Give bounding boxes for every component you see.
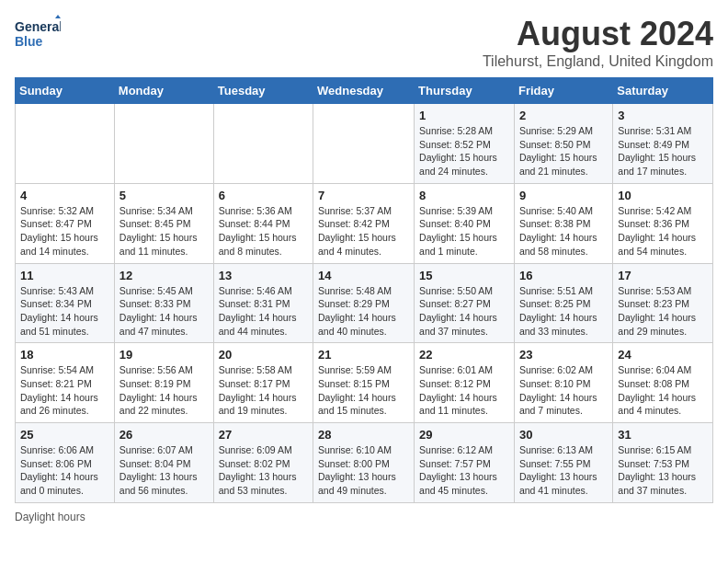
col-header-tuesday: Tuesday xyxy=(213,78,313,104)
day-info: Sunrise: 6:15 AMSunset: 7:53 PMDaylight:… xyxy=(618,443,708,498)
week-row-5: 25Sunrise: 6:06 AMSunset: 8:06 PMDayligh… xyxy=(16,423,713,503)
day-info: Sunrise: 5:32 AMSunset: 8:47 PMDaylight:… xyxy=(20,204,109,259)
day-info: Sunrise: 5:40 AMSunset: 8:38 PMDaylight:… xyxy=(519,204,608,259)
week-row-1: 1Sunrise: 5:28 AMSunset: 8:52 PMDaylight… xyxy=(16,104,713,184)
day-info: Sunrise: 6:10 AMSunset: 8:00 PMDaylight:… xyxy=(318,443,409,498)
day-number: 25 xyxy=(20,428,109,442)
day-number: 21 xyxy=(318,348,409,362)
day-info: Sunrise: 5:39 AMSunset: 8:40 PMDaylight:… xyxy=(419,204,509,259)
day-info: Sunrise: 5:29 AMSunset: 8:50 PMDaylight:… xyxy=(519,124,608,178)
calendar-cell xyxy=(16,104,115,184)
calendar-cell: 9Sunrise: 5:40 AMSunset: 8:38 PMDaylight… xyxy=(514,183,612,263)
day-info: Sunrise: 5:58 AMSunset: 8:17 PMDaylight:… xyxy=(219,363,308,418)
calendar-cell: 28Sunrise: 6:10 AMSunset: 8:00 PMDayligh… xyxy=(313,423,415,503)
day-info: Sunrise: 5:31 AMSunset: 8:49 PMDaylight:… xyxy=(618,124,708,178)
calendar-cell: 31Sunrise: 6:15 AMSunset: 7:53 PMDayligh… xyxy=(613,423,713,503)
day-info: Sunrise: 5:59 AMSunset: 8:15 PMDaylight:… xyxy=(318,363,409,418)
day-number: 15 xyxy=(419,269,509,282)
col-header-wednesday: Wednesday xyxy=(313,78,415,104)
calendar-cell xyxy=(213,104,313,184)
day-info: Sunrise: 6:13 AMSunset: 7:55 PMDaylight:… xyxy=(519,443,608,498)
calendar-cell: 7Sunrise: 5:37 AMSunset: 8:42 PMDaylight… xyxy=(313,183,415,263)
col-header-sunday: Sunday xyxy=(16,78,115,104)
calendar-cell: 12Sunrise: 5:45 AMSunset: 8:33 PMDayligh… xyxy=(114,263,213,343)
day-number: 24 xyxy=(618,348,708,362)
day-number: 22 xyxy=(419,348,509,362)
calendar-cell: 1Sunrise: 5:28 AMSunset: 8:52 PMDaylight… xyxy=(415,104,515,184)
svg-text:General: General xyxy=(15,19,61,34)
day-number: 18 xyxy=(20,348,109,362)
day-info: Sunrise: 6:04 AMSunset: 8:08 PMDaylight:… xyxy=(618,363,708,418)
calendar-cell: 2Sunrise: 5:29 AMSunset: 8:50 PMDaylight… xyxy=(514,104,612,184)
day-info: Sunrise: 5:34 AMSunset: 8:45 PMDaylight:… xyxy=(119,204,209,259)
col-header-friday: Friday xyxy=(514,78,612,104)
day-number: 14 xyxy=(318,269,409,282)
day-number: 26 xyxy=(119,428,209,442)
calendar-cell: 17Sunrise: 5:53 AMSunset: 8:23 PMDayligh… xyxy=(613,263,713,343)
calendar-cell: 26Sunrise: 6:07 AMSunset: 8:04 PMDayligh… xyxy=(114,423,213,503)
day-number: 8 xyxy=(419,189,509,202)
day-number: 9 xyxy=(519,189,608,202)
day-number: 17 xyxy=(618,269,708,282)
calendar-cell: 22Sunrise: 6:01 AMSunset: 8:12 PMDayligh… xyxy=(415,343,515,423)
day-number: 4 xyxy=(20,189,109,202)
day-info: Sunrise: 5:50 AMSunset: 8:27 PMDaylight:… xyxy=(419,284,509,339)
svg-marker-2 xyxy=(55,15,61,18)
calendar-cell: 5Sunrise: 5:34 AMSunset: 8:45 PMDaylight… xyxy=(114,183,213,263)
day-info: Sunrise: 6:07 AMSunset: 8:04 PMDaylight:… xyxy=(119,443,209,498)
day-info: Sunrise: 6:09 AMSunset: 8:02 PMDaylight:… xyxy=(219,443,308,498)
calendar-cell: 6Sunrise: 5:36 AMSunset: 8:44 PMDaylight… xyxy=(213,183,313,263)
day-info: Sunrise: 5:54 AMSunset: 8:21 PMDaylight:… xyxy=(20,363,109,418)
calendar-cell: 4Sunrise: 5:32 AMSunset: 8:47 PMDaylight… xyxy=(16,183,115,263)
day-info: Sunrise: 6:06 AMSunset: 8:06 PMDaylight:… xyxy=(20,443,109,498)
day-info: Sunrise: 5:43 AMSunset: 8:34 PMDaylight:… xyxy=(20,284,109,339)
logo-icon: General Blue xyxy=(15,15,61,55)
calendar-cell: 14Sunrise: 5:48 AMSunset: 8:29 PMDayligh… xyxy=(313,263,415,343)
calendar-cell: 20Sunrise: 5:58 AMSunset: 8:17 PMDayligh… xyxy=(213,343,313,423)
day-number: 11 xyxy=(20,269,109,282)
calendar-cell xyxy=(313,104,415,184)
day-number: 19 xyxy=(119,348,209,362)
day-info: Sunrise: 5:53 AMSunset: 8:23 PMDaylight:… xyxy=(618,284,708,339)
day-number: 12 xyxy=(119,269,209,282)
day-number: 16 xyxy=(519,269,608,282)
day-info: Sunrise: 5:28 AMSunset: 8:52 PMDaylight:… xyxy=(419,124,509,178)
day-number: 7 xyxy=(318,189,409,202)
day-info: Sunrise: 5:37 AMSunset: 8:42 PMDaylight:… xyxy=(318,204,409,259)
day-info: Sunrise: 6:02 AMSunset: 8:10 PMDaylight:… xyxy=(519,363,608,418)
day-number: 5 xyxy=(119,189,209,202)
day-number: 1 xyxy=(419,109,509,122)
day-number: 20 xyxy=(219,348,308,362)
subtitle: Tilehurst, England, United Kingdom xyxy=(483,53,713,70)
day-info: Sunrise: 5:48 AMSunset: 8:29 PMDaylight:… xyxy=(318,284,409,339)
day-number: 6 xyxy=(219,189,308,202)
calendar-cell: 25Sunrise: 6:06 AMSunset: 8:06 PMDayligh… xyxy=(16,423,115,503)
day-info: Sunrise: 5:56 AMSunset: 8:19 PMDaylight:… xyxy=(119,363,209,418)
calendar-cell: 11Sunrise: 5:43 AMSunset: 8:34 PMDayligh… xyxy=(16,263,115,343)
calendar-table: SundayMondayTuesdayWednesdayThursdayFrid… xyxy=(15,77,713,503)
calendar-cell: 29Sunrise: 6:12 AMSunset: 7:57 PMDayligh… xyxy=(415,423,515,503)
calendar-cell: 30Sunrise: 6:13 AMSunset: 7:55 PMDayligh… xyxy=(514,423,612,503)
week-row-3: 11Sunrise: 5:43 AMSunset: 8:34 PMDayligh… xyxy=(16,263,713,343)
calendar-cell: 3Sunrise: 5:31 AMSunset: 8:49 PMDaylight… xyxy=(613,104,713,184)
title-section: August 2024 Tilehurst, England, United K… xyxy=(483,15,713,70)
main-title: August 2024 xyxy=(483,15,713,53)
day-info: Sunrise: 5:51 AMSunset: 8:25 PMDaylight:… xyxy=(519,284,608,339)
footer-text: Daylight hours xyxy=(15,511,85,523)
footer-note: Daylight hours xyxy=(15,511,713,523)
day-number: 2 xyxy=(519,109,608,122)
calendar-cell: 13Sunrise: 5:46 AMSunset: 8:31 PMDayligh… xyxy=(213,263,313,343)
svg-text:Blue: Blue xyxy=(15,34,43,49)
logo: General Blue xyxy=(15,15,61,55)
calendar-cell: 23Sunrise: 6:02 AMSunset: 8:10 PMDayligh… xyxy=(514,343,612,423)
calendar-cell: 16Sunrise: 5:51 AMSunset: 8:25 PMDayligh… xyxy=(514,263,612,343)
calendar-cell: 21Sunrise: 5:59 AMSunset: 8:15 PMDayligh… xyxy=(313,343,415,423)
week-row-4: 18Sunrise: 5:54 AMSunset: 8:21 PMDayligh… xyxy=(16,343,713,423)
day-info: Sunrise: 5:36 AMSunset: 8:44 PMDaylight:… xyxy=(219,204,308,259)
week-row-2: 4Sunrise: 5:32 AMSunset: 8:47 PMDaylight… xyxy=(16,183,713,263)
col-header-monday: Monday xyxy=(114,78,213,104)
day-number: 10 xyxy=(618,189,708,202)
calendar-cell: 10Sunrise: 5:42 AMSunset: 8:36 PMDayligh… xyxy=(613,183,713,263)
day-info: Sunrise: 5:42 AMSunset: 8:36 PMDaylight:… xyxy=(618,204,708,259)
header: General Blue August 2024 Tilehurst, Engl… xyxy=(15,15,713,70)
